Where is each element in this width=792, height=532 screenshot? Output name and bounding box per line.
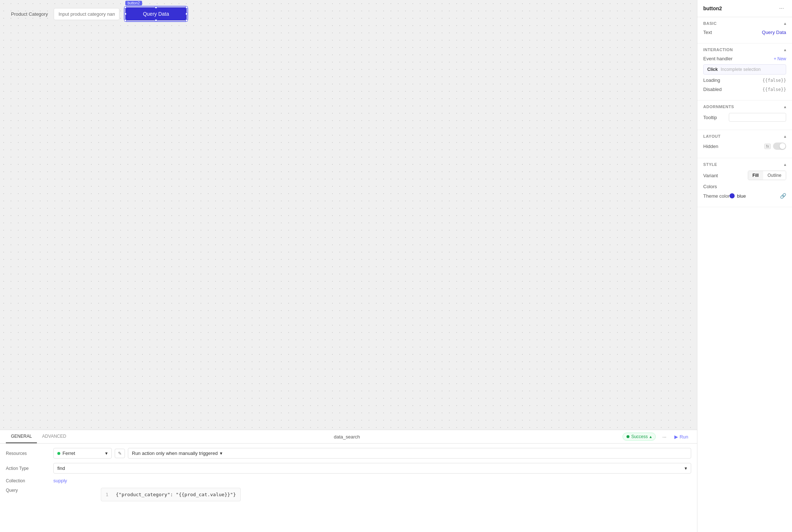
status-badge[interactable]: Success ▴: [622, 433, 656, 441]
disabled-value: {{false}}: [762, 87, 786, 92]
product-category-input[interactable]: [54, 8, 119, 20]
disabled-label: Disabled: [703, 87, 729, 92]
handle-br: [186, 19, 188, 22]
event-handler-item[interactable]: Click Incomplete selection: [703, 64, 786, 75]
disabled-prop-row: Disabled {{false}}: [703, 87, 786, 92]
section-basic-chevron: [784, 21, 786, 26]
status-text: Success: [631, 434, 648, 439]
section-interaction-title: INTERACTION: [703, 48, 733, 52]
hidden-label: Hidden: [703, 144, 729, 149]
bottom-toolbar-right: ··· ▶ Run: [660, 433, 691, 441]
resources-row: Resources Ferret ▾ ✎ Run action only whe…: [6, 448, 691, 459]
variant-label: Variant: [703, 173, 729, 178]
section-adornments-header[interactable]: ADORNMENTS: [697, 100, 792, 113]
action-type-chevron-icon: ▾: [685, 466, 687, 471]
tooltip-prop-row: Tooltip: [703, 113, 786, 122]
chevron-down-icon: ▾: [105, 451, 108, 456]
link-icon[interactable]: 🔗: [780, 193, 786, 199]
trigger-dropdown[interactable]: Run action only when manually triggered …: [128, 448, 691, 459]
bottom-panel: GENERAL ADVANCED data_search Success ▴ ·…: [0, 430, 697, 532]
handle-mr: [186, 13, 188, 15]
button-tag-label: button2: [125, 1, 142, 5]
color-swatch[interactable]: [730, 193, 735, 198]
canvas-area: Product Category button2 Query Data: [0, 0, 697, 430]
query-code: {"product_category": "{{prod_cat.value}}…: [116, 492, 236, 497]
section-basic-header[interactable]: BASIC: [697, 17, 792, 30]
action-type-row: Action Type find ▾: [6, 463, 691, 474]
colors-label: Colors: [703, 184, 729, 189]
trigger-label: Run action only when manually triggered: [132, 451, 218, 456]
handle-bl: [124, 19, 126, 22]
handle-tl: [124, 6, 126, 8]
section-basic-content: Text Query Data: [697, 30, 792, 43]
section-style: STYLE Variant Fill Outline Colors: [697, 158, 792, 207]
fx-badge[interactable]: fx: [764, 144, 771, 149]
action-type-value: find: [57, 466, 65, 471]
section-interaction: INTERACTION Event handler + New Click In…: [697, 43, 792, 100]
section-interaction-content: Event handler + New Click Incomplete sel…: [697, 56, 792, 100]
tab-advanced[interactable]: ADVANCED: [37, 430, 71, 443]
query-name-badge: data_search: [71, 434, 622, 440]
variant-prop-row: Variant Fill Outline: [703, 171, 786, 180]
section-basic-title: BASIC: [703, 21, 717, 26]
chevron-up-icon: ▴: [650, 434, 652, 439]
hidden-toggle[interactable]: [773, 142, 786, 150]
right-panel-header: button2 ···: [697, 0, 792, 17]
collection-value: supply: [53, 478, 67, 483]
line-number: 1: [106, 492, 111, 497]
query-editor[interactable]: 1 {"product_category": "{{prod_cat.value…: [101, 488, 241, 501]
collection-row: Collection supply: [6, 478, 691, 483]
collection-value-container: supply: [53, 478, 691, 483]
event-handler-label: Event handler: [703, 56, 732, 61]
theme-color-row: Theme color blue 🔗: [703, 193, 786, 199]
fill-variant-button[interactable]: Fill: [748, 171, 763, 180]
play-icon: ▶: [674, 434, 678, 440]
section-layout-header[interactable]: LAYOUT: [697, 130, 792, 142]
event-handler-row: Event handler + New: [703, 56, 786, 61]
section-adornments-content: Tooltip: [697, 113, 792, 130]
collection-label: Collection: [6, 478, 53, 483]
handle-bm: [155, 19, 157, 22]
handle-ml: [124, 13, 126, 15]
outline-variant-button[interactable]: Outline: [763, 171, 786, 180]
section-layout-title: LAYOUT: [703, 134, 721, 138]
right-panel: button2 ··· BASIC Text Query Data INTERA…: [697, 0, 792, 532]
text-prop-value: Query Data: [762, 30, 786, 35]
hidden-prop-row: Hidden fx: [703, 142, 786, 150]
tooltip-input[interactable]: [729, 113, 786, 122]
color-value-container: blue 🔗: [730, 193, 786, 199]
query-data-button[interactable]: Query Data: [125, 7, 187, 20]
section-layout-content: Hidden fx: [697, 142, 792, 158]
loading-prop-row: Loading {{false}}: [703, 77, 786, 83]
section-adornments-title: ADORNMENTS: [703, 104, 734, 109]
text-prop-label: Text: [703, 30, 729, 35]
new-event-button[interactable]: + New: [774, 56, 786, 61]
more-options-button[interactable]: ···: [660, 433, 669, 441]
section-layout-chevron: [784, 134, 786, 139]
section-layout: LAYOUT Hidden fx: [697, 130, 792, 158]
bottom-content: Resources Ferret ▾ ✎ Run action only whe…: [0, 444, 697, 510]
colors-prop-row: Colors: [703, 184, 786, 189]
trigger-chevron-icon: ▾: [220, 451, 222, 456]
section-style-header[interactable]: STYLE: [697, 158, 792, 171]
tooltip-label: Tooltip: [703, 115, 729, 120]
text-prop-row: Text Query Data: [703, 30, 786, 35]
product-category-label: Product Category: [11, 11, 48, 17]
section-interaction-header[interactable]: INTERACTION: [697, 43, 792, 56]
section-style-title: STYLE: [703, 162, 717, 167]
run-button[interactable]: ▶ Run: [671, 433, 691, 441]
tab-general[interactable]: GENERAL: [6, 430, 37, 443]
edit-resource-button[interactable]: ✎: [115, 449, 125, 458]
section-interaction-chevron: [784, 47, 786, 52]
event-type-click: Click: [707, 67, 718, 72]
action-type-select[interactable]: find ▾: [53, 463, 691, 474]
section-adornments-chevron: [784, 104, 786, 109]
section-style-content: Variant Fill Outline Colors Theme color …: [697, 171, 792, 207]
resources-label: Resources: [6, 451, 53, 456]
action-type-label: Action Type: [6, 466, 53, 471]
section-adornments: ADORNMENTS Tooltip: [697, 100, 792, 130]
component-name: button2: [703, 5, 722, 11]
ferret-dropdown[interactable]: Ferret ▾: [53, 448, 112, 459]
more-options-right-button[interactable]: ···: [777, 4, 786, 12]
plus-icon: +: [774, 56, 776, 61]
